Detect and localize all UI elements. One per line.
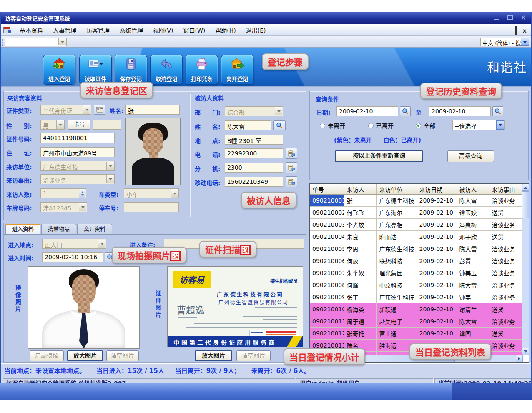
menu-item-basic[interactable]: 基本资料 (15, 24, 48, 36)
save-register-button[interactable]: 保存登记 (115, 55, 147, 85)
table-cell[interactable]: 洽谈业务 (489, 340, 522, 352)
radio-left[interactable]: 已离开 (368, 121, 394, 130)
table-cell[interactable]: 广东德生科技 (376, 291, 417, 303)
menu-item-window[interactable]: 窗口(W) (178, 24, 211, 36)
mdi-restore-icon[interactable] (515, 27, 517, 35)
chevron-down-icon[interactable] (496, 120, 504, 130)
interviewee-name-field[interactable]: 陈大雷 (225, 120, 271, 130)
table-cell[interactable]: 洽谈业务 (489, 219, 522, 231)
table-cell[interactable]: 洽谈业务 (489, 315, 522, 328)
table-cell[interactable]: 联想科技 (376, 255, 417, 267)
table-cell[interactable]: 090210003 (310, 219, 344, 231)
ime-language-selector[interactable]: 中文 (简体) - 搜 (480, 38, 529, 46)
menu-item-hr[interactable]: 人事管理 (48, 24, 81, 36)
column-header[interactable]: 来访事由 (489, 184, 522, 195)
table-cell[interactable]: 谢清兰 (457, 303, 489, 315)
table-cell[interactable]: 2009-02-10 (417, 279, 457, 291)
table-cell[interactable]: 洽谈业务 (489, 243, 522, 255)
table-cell[interactable]: 陈大雷 (457, 315, 489, 328)
phone-field[interactable]: 22992300 (225, 148, 283, 158)
table-cell[interactable]: 广东海尔 (376, 207, 417, 219)
table-cell[interactable]: 090210004 (310, 231, 344, 243)
table-row[interactable]: 090210002何飞飞广东海尔2009-02-10谭玉姣送货 (310, 207, 522, 219)
date-from-picker-button[interactable] (400, 106, 411, 116)
minimize-icon[interactable] (492, 14, 501, 21)
table-cell[interactable]: 洽谈业务 (489, 291, 522, 303)
table-cell[interactable]: 周于通 (344, 315, 376, 328)
table-cell[interactable]: 附而达 (376, 231, 417, 243)
table-cell[interactable]: 中原科技 (376, 279, 417, 291)
table-cell[interactable]: 2009-02-10 (417, 243, 457, 255)
table-cell[interactable]: 2009-02-10 (417, 207, 457, 219)
table-cell[interactable]: 090210012 (310, 328, 344, 340)
date-to-picker-button[interactable] (492, 106, 503, 116)
zoom-card-button[interactable]: 放大图片 (195, 350, 232, 361)
table-row[interactable]: 090210003李光放广东亮相2009-02-10冯惠梅洽谈业务 (310, 219, 522, 231)
location-field[interactable]: B幢 2301 室 (225, 135, 283, 145)
table-row[interactable]: 090210011周于通赴美电子2009-02-10陈大雷洽谈业务 (310, 315, 522, 328)
table-cell[interactable]: 赴美电子 (376, 315, 417, 328)
company-combo[interactable]: 广东德生科技 (40, 161, 115, 171)
table-cell[interactable]: 2009-02-10 (417, 315, 457, 328)
read-card-button[interactable]: 读取证件 (79, 55, 112, 85)
table-cell[interactable]: 富士通 (376, 328, 417, 340)
column-header[interactable]: 单号 (310, 184, 344, 195)
parking-field[interactable] (124, 202, 179, 212)
print-slip-button[interactable]: 打印凭条 (186, 55, 218, 85)
plate-combo[interactable]: 津A12345 (40, 202, 87, 212)
table-cell[interactable]: 杨海类 (344, 303, 376, 315)
table-cell[interactable]: 陈大雷 (457, 279, 489, 291)
table-cell[interactable]: 谭国 (457, 328, 489, 340)
table-cell[interactable]: 李光放 (344, 219, 376, 231)
search-person-button[interactable] (273, 120, 286, 130)
column-header[interactable]: 被访人 (457, 184, 489, 195)
table-cell[interactable]: 新联通 (376, 303, 417, 315)
radio-not-left[interactable]: 未离开 (320, 121, 345, 130)
stepper-arrows-icon[interactable] (79, 189, 85, 198)
vehicle-type-combo[interactable]: 小车 (124, 188, 179, 198)
table-cell[interactable]: 090210009 (310, 291, 344, 303)
table-cell[interactable]: 何峰 (344, 279, 376, 291)
table-cell[interactable]: 090210011 (310, 315, 344, 328)
gender-combo[interactable]: 男 (40, 120, 65, 130)
table-row[interactable]: 090210005李思广东德生科技2009-02-10陈大雷洽谈业务 (310, 243, 522, 255)
department-combo[interactable]: 综合部 (225, 106, 283, 116)
table-cell[interactable]: 陈大雷 (457, 243, 489, 255)
table-row[interactable]: 090210010杨海类新联通2009-02-10谢清兰送货 (310, 303, 522, 315)
menu-item-visitor[interactable]: 访客管理 (81, 24, 115, 36)
table-cell[interactable]: 090210001 (310, 195, 344, 207)
table-row[interactable]: 090210008何峰中原科技2009-02-10陈大雷洽谈业务 (310, 279, 522, 291)
table-cell[interactable]: 洽谈业务 (489, 195, 522, 207)
scroll-right-icon[interactable] (516, 355, 523, 362)
table-row[interactable]: 090210001张三广东德生科技2009-02-10陈大雷洽谈业务 (310, 195, 522, 207)
card-number-field[interactable] (93, 120, 121, 130)
table-cell[interactable]: 2009-02-10 (417, 195, 457, 207)
cancel-register-button[interactable]: 取消登记 (150, 55, 183, 85)
vertical-scrollbar[interactable] (522, 184, 529, 355)
tab-entry-info[interactable]: 进入资料 (5, 224, 40, 234)
table-row[interactable]: 090210009张工广东德生科技2009-02-10钟美洽谈业务 (310, 291, 522, 303)
table-cell[interactable]: 谭玉姣 (457, 207, 489, 219)
dial-phone-button[interactable] (286, 148, 297, 159)
card-number-button[interactable]: 卡号 (68, 120, 90, 130)
entry-place-combo[interactable]: 正大门 (42, 239, 106, 249)
table-cell[interactable]: 2009-02-10 (417, 291, 457, 303)
table-cell[interactable]: 090210002 (310, 207, 344, 219)
table-cell[interactable]: 2009-02-10 (417, 303, 457, 315)
menu-item-system[interactable]: 系统管理 (115, 24, 148, 36)
table-row[interactable]: 090210006何放联想科技2009-02-10彭置洽谈业务 (310, 255, 522, 267)
table-cell[interactable]: 李思 (344, 243, 376, 255)
table-cell[interactable]: 朱良 (344, 231, 376, 243)
table-cell[interactable]: 洽谈业务 (489, 267, 522, 279)
requery-button[interactable]: 按以上条件重新查询 (335, 150, 423, 162)
radio-all[interactable]: 全部 (416, 121, 435, 130)
table-row[interactable]: 090210004朱良附而达2009-02-10邓子欣送货 (310, 231, 522, 243)
dial-mobile-button[interactable] (286, 176, 297, 187)
table-cell[interactable]: 2009-02-10 (417, 267, 457, 279)
table-cell[interactable]: 洽谈业务 (489, 255, 522, 267)
table-cell[interactable]: 理光集团 (376, 267, 417, 279)
table-cell[interactable]: 张奇托 (344, 328, 376, 340)
clear-card-button[interactable]: 清空图片 (236, 350, 271, 361)
table-cell[interactable]: 何飞飞 (344, 207, 376, 219)
table-cell[interactable]: 送货 (489, 303, 522, 315)
